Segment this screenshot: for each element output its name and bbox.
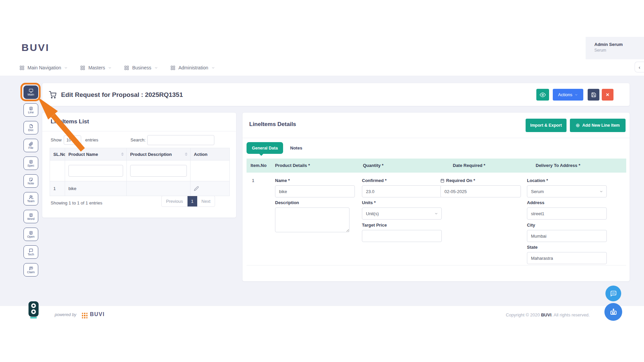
nav-item-administration[interactable]: Administration xyxy=(170,65,215,70)
user-role: Serum xyxy=(594,48,644,53)
robot-eye xyxy=(31,303,36,308)
nav-item-business[interactable]: Business xyxy=(124,65,158,70)
units-select[interactable]: Unit(s) xyxy=(362,207,442,220)
add-new-line-item-label: Add New Line Item xyxy=(582,123,620,128)
col-label: Product Description xyxy=(130,152,172,157)
sidebar-item-team[interactable]: Team xyxy=(23,192,38,205)
address-input[interactable] xyxy=(527,207,607,220)
page-size-select[interactable]: 10 xyxy=(64,135,81,145)
sidebar-item-doc[interactable]: Doc xyxy=(23,121,38,134)
lineitems-details-panel: LineItems Details Import & Export ⊕ Add … xyxy=(242,112,630,282)
page-size-value: 10 xyxy=(66,138,71,142)
collapse-panel-button[interactable]: ‹ xyxy=(635,62,644,72)
sidebar-item-label: Line xyxy=(28,111,34,114)
location-select[interactable]: Serum xyxy=(527,185,607,197)
next-page-button[interactable]: Next xyxy=(197,196,215,206)
search-input[interactable] xyxy=(147,135,214,145)
sidebar-item-file[interactable]: File xyxy=(23,139,38,152)
sidebar-item-note[interactable]: Note xyxy=(23,174,38,188)
sidebar-item-label: Tech xyxy=(28,253,34,256)
col-product-name[interactable]: Product Name xyxy=(65,148,127,161)
chat-fab-button[interactable] xyxy=(605,286,621,301)
cell-product-description xyxy=(127,181,191,196)
required-on-date-input[interactable] xyxy=(440,185,521,197)
sidebar-item-tech[interactable]: Tech xyxy=(23,245,38,259)
grid-icon xyxy=(170,65,175,70)
copyright-prefix: Copyright © 2020 xyxy=(506,312,541,317)
open-document-icon xyxy=(29,231,33,235)
description-textarea[interactable] xyxy=(275,207,350,232)
tab-notes[interactable]: Notes xyxy=(285,142,307,154)
product-name-filter-input[interactable] xyxy=(68,165,123,177)
description-label: Description xyxy=(275,200,299,205)
buvi-logo: BUVI xyxy=(21,42,50,53)
import-export-button[interactable]: Import & Export xyxy=(526,119,567,132)
sidebar-item-spec[interactable]: Spec xyxy=(23,157,38,170)
user-menu[interactable]: Admin Serum Serum xyxy=(586,37,644,59)
copyright-text: Copyright © 2020 BUVI. All rights reserv… xyxy=(506,312,590,317)
nav-item-main-navigation[interactable]: Main Navigation xyxy=(19,65,68,70)
divider xyxy=(42,131,236,131)
col-product-description[interactable]: Product Description xyxy=(127,148,191,161)
lineitems-list-title: LineItems List xyxy=(51,118,89,125)
col-label: Product Name xyxy=(68,152,98,157)
assistant-robot-widget[interactable] xyxy=(29,301,39,317)
city-input[interactable] xyxy=(527,230,607,242)
bot-fab-button[interactable] xyxy=(604,303,622,321)
edit-pencil-icon[interactable] xyxy=(194,186,199,191)
copyright-brand: BUVI xyxy=(541,312,551,317)
sidebar-item-label: Team xyxy=(27,200,35,203)
main-menu-bar: Main Navigation Masters Business Adminis… xyxy=(0,59,644,76)
add-new-line-item-button[interactable]: ⊕ Add New Line Item xyxy=(570,119,626,132)
sidebar-item-label: Word xyxy=(27,218,34,221)
close-button[interactable]: × xyxy=(602,89,613,101)
details-grid-header: Item.No Product Details * Quantity * Dat… xyxy=(247,159,626,173)
left-icon-sidebar: Main Line Doc File Spec Note Team Word xyxy=(23,85,38,277)
word-document-icon xyxy=(29,213,33,217)
sidebar-item-claim[interactable]: Claim xyxy=(23,263,38,277)
buvi-dots-logo xyxy=(82,313,88,318)
chat-bubble-icon xyxy=(610,290,617,297)
current-page-button[interactable]: 1 xyxy=(187,196,197,206)
sort-icon xyxy=(185,153,187,156)
chevron-down-icon xyxy=(108,66,112,70)
sidebar-item-label: Doc xyxy=(28,129,34,132)
chevron-down-icon xyxy=(434,212,438,216)
tab-label: Notes xyxy=(290,145,302,150)
nav-label: Main Navigation xyxy=(28,65,61,70)
state-input[interactable] xyxy=(527,252,607,264)
hdr-date-required: Date Required * xyxy=(453,163,485,168)
table-row[interactable]: 1 bike xyxy=(50,181,230,196)
preview-button[interactable] xyxy=(536,89,549,101)
cart-icon xyxy=(49,91,56,99)
chevron-down-icon xyxy=(211,66,215,70)
doc-page-icon xyxy=(29,124,33,128)
filter-cell-name xyxy=(65,161,127,181)
sidebar-item-word[interactable]: Word xyxy=(23,210,38,223)
nav-item-masters[interactable]: Masters xyxy=(80,65,112,70)
name-input[interactable] xyxy=(275,185,355,197)
state-label: State xyxy=(527,245,538,250)
product-description-filter-input[interactable] xyxy=(130,165,187,177)
sidebar-item-line[interactable]: Line xyxy=(23,103,38,117)
previous-page-button[interactable]: Previous xyxy=(162,196,187,206)
city-label: City xyxy=(527,223,535,228)
sort-icon xyxy=(121,153,124,156)
team-users-icon xyxy=(29,195,33,199)
grid-icon xyxy=(19,65,24,70)
close-icon: × xyxy=(606,92,609,98)
save-button[interactable] xyxy=(588,89,599,101)
hdr-item-no: Item.No xyxy=(251,163,267,168)
tab-general-data[interactable]: General Data xyxy=(247,142,283,154)
hdr-delivery-to-address: Delivery To Address * xyxy=(536,163,580,168)
spec-document-icon xyxy=(29,160,33,164)
target-price-input[interactable] xyxy=(362,230,442,242)
chevron-down-icon xyxy=(599,190,603,193)
top-bar: BUVI 4 Admin Serum Serum xyxy=(0,37,644,59)
show-label: Show xyxy=(51,137,62,142)
sidebar-item-open[interactable]: Open xyxy=(23,228,38,241)
actions-dropdown-button[interactable]: Actions xyxy=(553,89,583,101)
table-header-row: SL.No Product Name Product Description A… xyxy=(50,148,230,161)
confirmed-input[interactable] xyxy=(362,185,442,197)
confirmed-label: Confirmed * xyxy=(362,178,387,183)
